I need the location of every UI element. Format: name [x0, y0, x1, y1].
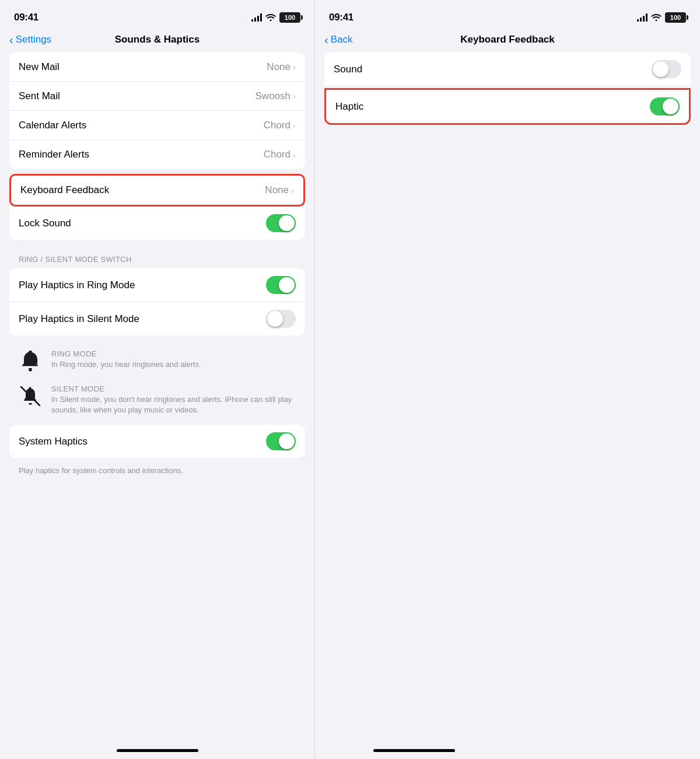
sound-toggle[interactable] — [652, 60, 681, 78]
haptics-ring-toggle-knob — [279, 277, 295, 293]
right-back-label: Back — [331, 34, 353, 46]
haptics-ring-mode-label: Play Haptics in Ring Mode — [19, 279, 135, 291]
system-haptics-label: System Haptics — [19, 436, 88, 447]
new-mail-label: New Mail — [19, 61, 60, 73]
system-haptics-row[interactable]: System Haptics — [9, 425, 305, 458]
right-status-icons: 100 — [637, 12, 686, 23]
left-wifi-icon — [265, 13, 276, 23]
right-back-chevron-icon: ‹ — [324, 34, 328, 46]
sound-label: Sound — [334, 64, 362, 75]
system-haptics-toggle-knob — [279, 433, 295, 449]
haptics-ring-mode-row[interactable]: Play Haptics in Ring Mode — [9, 268, 305, 302]
reminder-alerts-label: Reminder Alerts — [19, 149, 89, 160]
ring-mode-title: RING MODE — [51, 349, 201, 358]
system-haptics-toggle[interactable] — [266, 432, 296, 450]
sent-mail-value: Swoosh › — [256, 90, 296, 102]
sound-row[interactable]: Sound — [324, 53, 691, 86]
right-status-bar: 09:41 100 — [315, 0, 700, 32]
left-time: 09:41 — [14, 12, 38, 23]
calendar-alerts-row[interactable]: Calendar Alerts Chord › — [9, 111, 305, 140]
silent-mode-desc: In Silent mode, you don't hear ringtones… — [51, 394, 296, 415]
right-wifi-icon — [651, 13, 662, 23]
ring-silent-section: Play Haptics in Ring Mode Play Haptics i… — [9, 268, 305, 335]
calendar-alerts-label: Calendar Alerts — [19, 120, 86, 131]
reminder-alerts-value: Chord › — [264, 149, 296, 160]
haptic-toggle-knob — [663, 99, 678, 114]
right-battery-icon: 100 — [665, 12, 686, 23]
left-nav-header: ‹ Settings Sounds & Haptics — [0, 32, 314, 53]
new-mail-value: None › — [267, 61, 296, 73]
left-home-indicator — [117, 749, 198, 752]
ring-mode-text: RING MODE In Ring mode, you hear rington… — [51, 349, 201, 370]
right-back-button[interactable]: ‹ Back — [324, 34, 352, 46]
ring-mode-info: RING MODE In Ring mode, you hear rington… — [19, 349, 296, 373]
haptics-silent-mode-label: Play Haptics in Silent Mode — [19, 313, 139, 325]
left-back-chevron-icon: ‹ — [9, 34, 13, 46]
mode-info-section: RING MODE In Ring mode, you hear rington… — [0, 340, 314, 425]
mail-section: New Mail None › Sent Mail Swoosh › Calen… — [9, 53, 305, 169]
sent-mail-row[interactable]: Sent Mail Swoosh › — [9, 82, 305, 111]
system-haptics-section: System Haptics — [9, 425, 305, 458]
calendar-alerts-chevron-icon: › — [293, 120, 296, 130]
new-mail-chevron-icon: › — [293, 62, 296, 72]
right-time: 09:41 — [329, 12, 354, 23]
haptics-silent-toggle-knob — [267, 311, 283, 327]
sound-toggle-knob — [653, 61, 668, 77]
right-home-indicator — [373, 749, 455, 752]
silent-mode-info: SILENT MODE In Silent mode, you don't he… — [19, 384, 296, 415]
ring-mode-bell-icon — [19, 349, 42, 373]
keyboard-feedback-value: None › — [265, 184, 294, 196]
left-panel: 09:41 100 ‹ Settings — [0, 0, 315, 759]
haptics-silent-toggle[interactable] — [266, 310, 296, 328]
sent-mail-chevron-icon: › — [293, 91, 296, 101]
haptic-label: Haptic — [335, 101, 363, 113]
lock-sound-toggle[interactable] — [266, 214, 296, 232]
silent-mode-text: SILENT MODE In Silent mode, you don't he… — [51, 384, 296, 415]
lock-sound-section: Lock Sound — [9, 207, 305, 240]
silent-mode-title: SILENT MODE — [51, 384, 296, 393]
new-mail-row[interactable]: New Mail None › — [9, 53, 305, 82]
lock-sound-toggle-knob — [279, 215, 295, 231]
right-nav-title: Keyboard Feedback — [460, 34, 555, 46]
haptics-ring-toggle[interactable] — [266, 276, 296, 294]
reminder-alerts-row[interactable]: Reminder Alerts Chord › — [9, 140, 305, 169]
left-back-label: Settings — [16, 34, 51, 46]
system-haptics-footnote-container: Play haptics for system controls and int… — [0, 463, 314, 480]
ring-silent-header: RING / SILENT MODE SWITCH — [0, 244, 314, 268]
right-panel: 09:41 100 ‹ Back — [315, 0, 700, 759]
system-haptics-footnote: Play haptics for system controls and int… — [19, 466, 183, 475]
haptics-silent-mode-row[interactable]: Play Haptics in Silent Mode — [9, 302, 305, 335]
left-back-button[interactable]: ‹ Settings — [9, 34, 51, 46]
right-signal-icon — [637, 13, 648, 22]
keyboard-feedback-chevron-icon: › — [291, 186, 294, 195]
haptic-highlighted-container: Haptic — [324, 88, 691, 125]
reminder-alerts-chevron-icon: › — [293, 150, 296, 160]
haptic-row[interactable]: Haptic — [326, 90, 689, 123]
left-signal-icon — [251, 13, 262, 22]
silent-mode-bell-slash-icon — [19, 384, 42, 408]
ring-mode-desc: In Ring mode, you hear ringtones and ale… — [51, 359, 201, 370]
lock-sound-label: Lock Sound — [19, 218, 71, 229]
left-battery-icon: 100 — [279, 12, 300, 23]
calendar-alerts-value: Chord › — [264, 120, 296, 131]
lock-sound-row[interactable]: Lock Sound — [9, 207, 305, 240]
sent-mail-label: Sent Mail — [19, 90, 60, 102]
haptic-toggle[interactable] — [650, 97, 680, 116]
left-nav-title: Sounds & Haptics — [115, 34, 200, 46]
left-status-bar: 09:41 100 — [0, 0, 314, 32]
keyboard-feedback-row[interactable]: Keyboard Feedback None › — [11, 176, 303, 205]
right-nav-header: ‹ Back Keyboard Feedback — [315, 32, 700, 53]
keyboard-feedback-settings-section: Sound — [324, 53, 691, 86]
keyboard-feedback-highlighted: Keyboard Feedback None › — [9, 174, 305, 207]
keyboard-feedback-label: Keyboard Feedback — [20, 184, 109, 196]
left-status-icons: 100 — [251, 12, 300, 23]
